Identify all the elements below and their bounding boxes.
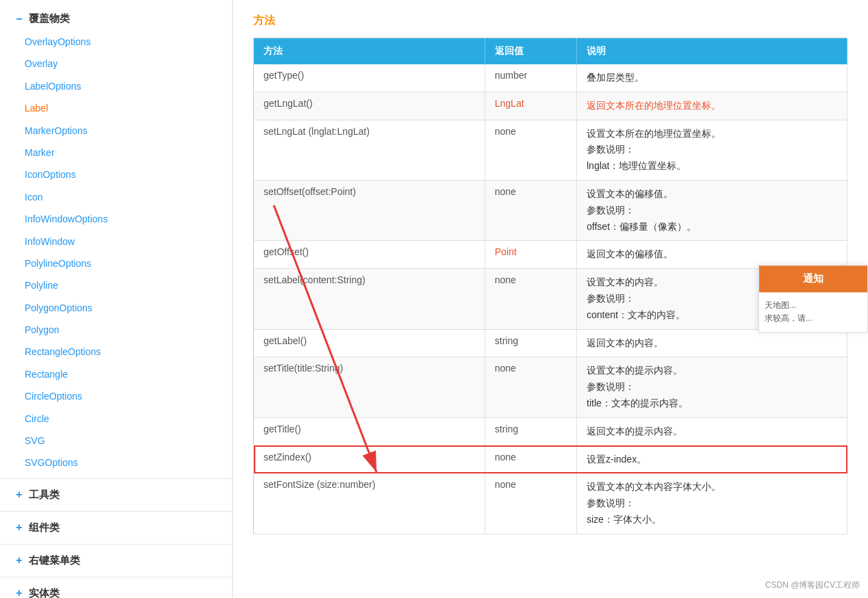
- method-cell: setLngLat (lnglat:LngLat): [254, 120, 485, 180]
- sidebar-section-contextmenu-label: 右键菜单类: [29, 554, 80, 567]
- notification-line2: 求较高，请...: [765, 313, 862, 326]
- sidebar-section-overlay-label: 覆盖物类: [29, 12, 70, 25]
- divider-4: [0, 577, 232, 577]
- desc-cell: 返回文本所在的地理位置坐标。: [577, 92, 847, 120]
- method-cell: getTitle(): [254, 417, 485, 445]
- desc-cell: 设置z-index。: [577, 445, 847, 473]
- sidebar-item-svg[interactable]: SVG: [0, 430, 232, 452]
- table-row: setTitle(title:String) none 设置文本的提示内容。参数…: [254, 357, 847, 417]
- table-row: getType() number 叠加层类型。: [254, 64, 847, 92]
- sidebar-section-tools[interactable]: + 工具类: [0, 483, 232, 507]
- sidebar-item-circle[interactable]: Circle: [0, 408, 232, 430]
- sidebar-section-overlay[interactable]: − 覆盖物类: [0, 7, 232, 31]
- desc-cell: 设置文本的提示内容。参数说明：title：文本的提示内容。: [577, 357, 847, 417]
- table-row: getLabel() string 返回文本的内容。: [254, 329, 847, 357]
- plus-icon-components: +: [14, 522, 25, 533]
- section-title: 方法: [253, 14, 847, 28]
- sidebar-section-components-label: 组件类: [29, 521, 60, 534]
- table-row: getLngLat() LngLat 返回文本所在的地理位置坐标。: [254, 92, 847, 120]
- sidebar-section-overlay-items: OverlayOptions Overlay LabelOptions Labe…: [0, 31, 232, 474]
- sidebar-section-entity-label: 实体类: [29, 587, 60, 598]
- minus-icon: −: [14, 14, 25, 25]
- sidebar-item-labeloptions[interactable]: LabelOptions: [0, 75, 232, 97]
- sidebar-item-label[interactable]: Label: [0, 97, 232, 119]
- table-header-row: 方法 返回值 说明: [254, 38, 847, 65]
- return-cell: number: [485, 64, 576, 92]
- plus-icon-entity: +: [14, 588, 25, 598]
- watermark: CSDN @博客园CV工程师: [765, 580, 860, 591]
- divider-2: [0, 511, 232, 512]
- table-row: getTitle() string 返回文本的提示内容。: [254, 417, 847, 445]
- return-cell: none: [485, 473, 576, 534]
- sidebar-item-marker[interactable]: Marker: [0, 142, 232, 164]
- sidebar-item-rectangleoptions[interactable]: RectangleOptions: [0, 341, 232, 363]
- sidebar-item-polygon[interactable]: Polygon: [0, 319, 232, 341]
- return-cell: string: [485, 329, 576, 357]
- sidebar-item-icon[interactable]: Icon: [0, 186, 232, 208]
- sidebar-item-overlay[interactable]: Overlay: [0, 53, 232, 75]
- plus-icon-contextmenu: +: [14, 555, 25, 566]
- method-cell: getType(): [254, 64, 485, 92]
- sidebar-item-polyline[interactable]: Polyline: [0, 274, 232, 296]
- desc-cell: 返回文本的提示内容。: [577, 417, 847, 445]
- return-cell: none: [485, 269, 576, 329]
- sidebar-section-components[interactable]: + 组件类: [0, 516, 232, 540]
- notification-content: 天地图... 求较高，请...: [759, 292, 867, 332]
- sidebar-item-polygonoptions[interactable]: PolygonOptions: [0, 297, 232, 319]
- notification-line1: 天地图...: [765, 299, 862, 312]
- sidebar: − 覆盖物类 OverlayOptions Overlay LabelOptio…: [0, 0, 233, 598]
- desc-cell: 设置文本的文本内容字体大小。参数说明：size：字体大小。: [577, 473, 847, 534]
- return-cell: LngLat: [485, 92, 576, 120]
- method-cell: getLabel(): [254, 329, 485, 357]
- notification-tab[interactable]: 通知: [759, 265, 867, 292]
- table-row: setFontSize (size:number) none 设置文本的文本内容…: [254, 473, 847, 534]
- divider-3: [0, 544, 232, 545]
- sidebar-item-svgoptions[interactable]: SVGOptions: [0, 452, 232, 473]
- notification-panel: 通知 天地图... 求较高，请...: [758, 265, 868, 333]
- col-desc: 说明: [577, 38, 847, 65]
- return-cell: none: [485, 357, 576, 417]
- return-cell: string: [485, 417, 576, 445]
- sidebar-item-iconoptions[interactable]: IconOptions: [0, 164, 232, 185]
- desc-cell: 设置文本所在的地理位置坐标。参数说明：lnglat：地理位置坐标。: [577, 120, 847, 180]
- method-cell: setLabel(content:String): [254, 269, 485, 329]
- return-cell: none: [485, 180, 576, 240]
- sidebar-section-contextmenu[interactable]: + 右键菜单类: [0, 549, 232, 573]
- sidebar-item-rectangle[interactable]: Rectangle: [0, 363, 232, 385]
- method-cell: getLngLat(): [254, 92, 485, 120]
- col-method: 方法: [254, 38, 485, 65]
- sidebar-item-circleoptions[interactable]: CircleOptions: [0, 385, 232, 407]
- sidebar-item-infowindow[interactable]: InfoWindow: [0, 231, 232, 252]
- sidebar-item-markeroptions[interactable]: MarkerOptions: [0, 120, 232, 142]
- divider-1: [0, 478, 232, 479]
- sidebar-section-tools-label: 工具类: [29, 489, 60, 502]
- sidebar-section-entity[interactable]: + 实体类: [0, 582, 232, 598]
- sidebar-item-infowindowoptions[interactable]: InfoWindowOptions: [0, 208, 232, 230]
- col-return: 返回值: [485, 38, 576, 65]
- table-row: setLngLat (lnglat:LngLat) none 设置文本所在的地理…: [254, 120, 847, 180]
- method-cell: getOffset(): [254, 241, 485, 269]
- method-cell: setTitle(title:String): [254, 357, 485, 417]
- plus-icon-tools: +: [14, 489, 25, 500]
- desc-cell: 叠加层类型。: [577, 64, 847, 92]
- table-row: setOffset(offset:Point) none 设置文本的偏移值。参数…: [254, 180, 847, 240]
- table-row-highlighted: setZindex() none 设置z-index。: [254, 445, 847, 473]
- sidebar-item-polylineoptions[interactable]: PolylineOptions: [0, 252, 232, 274]
- return-cell: none: [485, 120, 576, 180]
- method-cell: setFontSize (size:number): [254, 473, 485, 534]
- return-cell: none: [485, 445, 576, 473]
- sidebar-item-overlayoptions[interactable]: OverlayOptions: [0, 31, 232, 53]
- desc-cell: 返回文本的内容。: [577, 329, 847, 357]
- return-cell: Point: [485, 241, 576, 269]
- method-cell: setOffset(offset:Point): [254, 180, 485, 240]
- method-cell: setZindex(): [254, 445, 485, 473]
- desc-cell: 设置文本的偏移值。参数说明：offset：偏移量（像素）。: [577, 180, 847, 240]
